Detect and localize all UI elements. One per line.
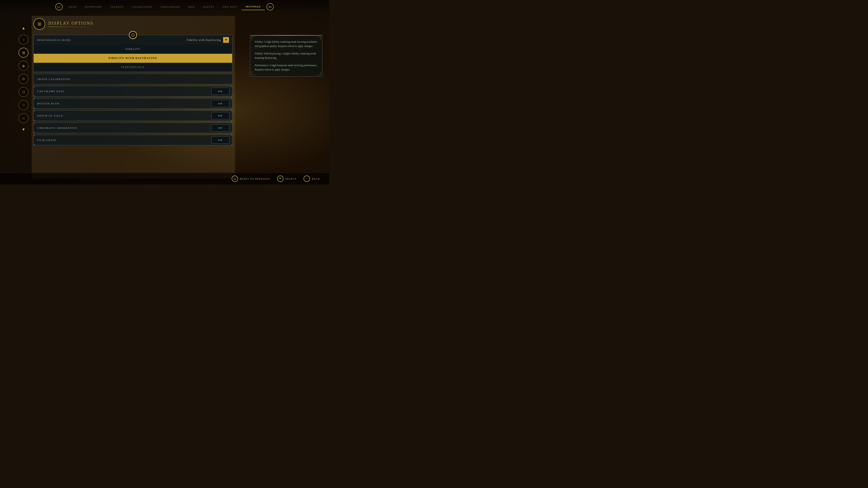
corner-tl (34, 111, 35, 112)
info-panel: Fidelity: A high-fidelity rendering mode… (250, 35, 322, 76)
performance-mode-bar[interactable]: PERFORMANCE MODE Fidelity with Raytracin… (33, 35, 232, 45)
reset-label: RESET TO DEFAULTS (240, 177, 270, 180)
corner-tr (231, 86, 232, 88)
info-paragraph-2: Fidelity With Raytracing: A higher-fidel… (255, 52, 318, 60)
corner-br (231, 144, 232, 145)
nav-quests[interactable]: QUESTS (199, 4, 218, 10)
corner-br (231, 95, 232, 96)
sidebar-misc-icon[interactable]: ⊂ (19, 113, 29, 123)
corner-tl (34, 86, 35, 88)
corner-br (231, 119, 232, 121)
corner-br (231, 107, 232, 108)
motion-blur-value[interactable]: ON (211, 100, 229, 107)
info-paragraph-3: Performance: A high-framerate mode favor… (255, 63, 318, 72)
nav-owl-post[interactable]: OWL POST (218, 4, 241, 10)
depth-of-field-value[interactable]: ON (211, 112, 229, 119)
section-title-underline (49, 27, 94, 27)
section-title: DISPLAY OPTIONS (49, 21, 94, 26)
corner-tr (231, 111, 232, 112)
film-grain-row[interactable]: FILM GRAIN ON (33, 135, 232, 145)
film-grain-value[interactable]: ON (211, 136, 229, 144)
depth-of-field-row[interactable]: DEPTH OF FIELD ON (33, 110, 232, 121)
image-calibration-row[interactable]: IMAGE CALIBRATION (33, 74, 232, 84)
chromatic-aberration-value[interactable]: ON (211, 124, 229, 131)
l1-button[interactable]: L1 (55, 3, 63, 10)
motion-blur-label: MOTION BLUR (37, 102, 59, 105)
option-fidelity-raytracing[interactable]: Fidelity with Raytracing (34, 54, 232, 63)
nav-challenges[interactable]: CHALLENGES (156, 4, 184, 10)
sidebar-sound-icon[interactable]: ◉ (19, 61, 29, 71)
dropdown-arrow-icon[interactable]: ▼ (223, 37, 229, 43)
sidebar-up-arrow[interactable]: ▲ (22, 26, 26, 31)
cap-frame-rate-label: CAP FRAME RATE (37, 90, 64, 93)
info-paragraph-1: Fidelity: A high-fidelity rendering mode… (255, 40, 318, 48)
corner-br (231, 131, 232, 133)
performance-mode-row[interactable]: PERFORMANCE MODE Fidelity with Raytracin… (33, 35, 232, 72)
performance-mode-label: PERFORMANCE MODE (37, 39, 71, 41)
corner-bl (34, 119, 35, 121)
corner-tl (34, 98, 35, 100)
sidebar-audio-icon[interactable]: ♪ (19, 35, 29, 44)
corner-tr (231, 123, 232, 124)
corner-bl (34, 131, 35, 133)
corner-bl (34, 107, 35, 108)
cap-frame-rate-value[interactable]: ON (211, 88, 229, 95)
nav-collections[interactable]: COLLECTIONS (127, 4, 156, 10)
display-options-icon: ⊞ (33, 18, 45, 30)
nav-map[interactable]: MAP (184, 4, 199, 10)
sidebar-display-icon[interactable]: ⊞ (19, 48, 29, 58)
back-label: BACK (312, 177, 320, 180)
corner-tr (231, 135, 232, 136)
option-performance[interactable]: Performance (34, 63, 232, 72)
performance-mode-value: Fidelity with Raytracing (187, 38, 221, 42)
depth-of-field-label: DEPTH OF FIELD (37, 114, 63, 117)
info-corner-tr (317, 37, 321, 40)
top-navigation: L1 GEAR INVENTORY TALENTS COLLECTIONS CH… (0, 0, 329, 13)
corner-bl (34, 95, 35, 96)
r1-button[interactable]: R1 (267, 3, 274, 10)
chromatic-aberration-row[interactable]: CHROMATIC ABERRATION ON (33, 123, 232, 133)
info-corner-br (317, 71, 321, 75)
sidebar-controller-icon[interactable]: ⊡ (19, 87, 29, 97)
section-header: ⊞ DISPLAY OPTIONS (33, 18, 232, 30)
selector-circle-icon (129, 31, 137, 39)
corner-tr (231, 98, 232, 100)
corner-tl (34, 123, 35, 124)
settings-sidebar: ▲ ♪ ⊞ ◉ ⚙ ⊡ ☺ ⊂ ▼ (19, 25, 29, 133)
option-fidelity[interactable]: Fidelity (34, 45, 232, 54)
motion-blur-row[interactable]: MOTION BLUR ON (33, 98, 232, 109)
nav-talents[interactable]: TALENTS (106, 4, 128, 10)
select-action[interactable]: ✕ SELECT (277, 175, 296, 182)
main-content: ⊞ DISPLAY OPTIONS PERFORMANCE MODE Fidel… (33, 18, 232, 145)
bottom-bar: △ RESET TO DEFAULTS ✕ SELECT ○ BACK (0, 173, 329, 184)
corner-tl (34, 135, 35, 136)
nav-gear[interactable]: GEAR (64, 4, 81, 10)
nav-inventory[interactable]: INVENTORY (81, 4, 106, 10)
reset-button-icon[interactable]: △ (232, 175, 238, 182)
sidebar-accessibility-icon[interactable]: ☺ (19, 100, 29, 110)
back-action[interactable]: ○ BACK (304, 175, 320, 182)
film-grain-label: FILM GRAIN (37, 139, 56, 141)
back-button-icon[interactable]: ○ (304, 175, 310, 182)
performance-dropdown: Fidelity Fidelity with Raytracing Perfor… (33, 45, 232, 72)
info-corner-bl (252, 71, 255, 75)
nav-settings[interactable]: SETTINGS (241, 3, 265, 10)
corner-bl (34, 144, 35, 145)
info-corner-tl (252, 37, 255, 40)
chromatic-aberration-label: CHROMATIC ABERRATION (37, 127, 77, 129)
image-calibration-label: IMAGE CALIBRATION (37, 78, 70, 80)
sidebar-gear-icon[interactable]: ⚙ (19, 74, 29, 84)
cap-frame-rate-row[interactable]: CAP FRAME RATE ON (33, 86, 232, 96)
info-text: Fidelity: A high-fidelity rendering mode… (255, 40, 318, 72)
select-label: SELECT (285, 177, 296, 180)
reset-to-defaults-action[interactable]: △ RESET TO DEFAULTS (232, 175, 270, 182)
select-button-icon[interactable]: ✕ (277, 175, 283, 182)
sidebar-down-arrow[interactable]: ▼ (22, 127, 26, 132)
